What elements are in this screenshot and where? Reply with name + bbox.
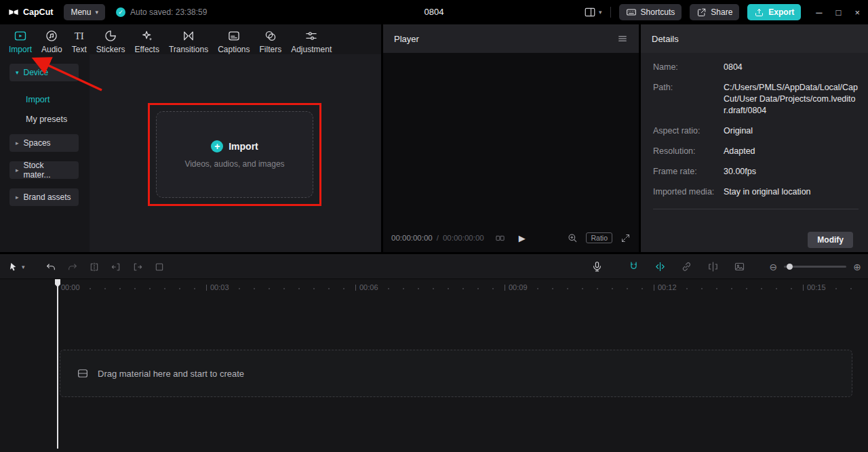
maximize-button[interactable]: □ — [836, 7, 842, 18]
player-viewport — [383, 53, 639, 252]
sidebar-group-spaces[interactable]: ▸ Spaces — [9, 134, 79, 152]
timecode-current: 00:00:00:00 — [391, 234, 433, 242]
chevron-down-icon: ▾ — [599, 9, 602, 16]
tab-effects[interactable]: Effects — [130, 28, 163, 56]
tab-label: Text — [72, 45, 87, 54]
details-footer: Modify — [641, 228, 868, 252]
ruler-minor-ticks — [60, 288, 864, 289]
linkage-icon[interactable] — [681, 261, 692, 272]
play-button[interactable]: ▶ — [519, 233, 526, 243]
detail-row-resolution: Resolution: Adapted — [653, 146, 859, 157]
preview-zoom-icon[interactable] — [567, 232, 578, 243]
delete-left-icon[interactable] — [111, 262, 121, 272]
select-tool-dropdown-icon[interactable]: ▾ — [22, 264, 25, 270]
shortcuts-label: Shortcuts — [641, 7, 675, 17]
tab-label: Audio — [41, 45, 62, 54]
adjustment-icon — [304, 29, 318, 43]
ruler-mark: 00:12 — [654, 283, 679, 292]
shortcuts-button[interactable]: Shortcuts — [619, 4, 682, 20]
player-panel: Player 00:00:00:00 / 00:00:00:00 ▶ Ratio — [383, 24, 639, 252]
window-controls: ─ □ × — [816, 7, 860, 18]
tab-text[interactable]: TI Text — [67, 28, 92, 56]
crop-icon[interactable] — [154, 262, 165, 272]
zoom-slider-knob[interactable] — [787, 264, 793, 270]
player-menu-button[interactable] — [617, 33, 628, 44]
share-label: Share — [711, 7, 732, 17]
ruler-mark: 00:09 — [505, 283, 530, 292]
caret-down-icon: ▾ — [16, 69, 19, 76]
sidebar-group-brand-assets[interactable]: ▸ Brand assets — [9, 188, 79, 206]
caret-right-icon: ▸ — [16, 167, 19, 173]
tab-captions[interactable]: Captions — [213, 28, 254, 56]
sidebar-group-device[interactable]: ▾ Device — [9, 64, 79, 81]
capcut-logo-icon — [8, 7, 19, 18]
media-icon — [77, 367, 89, 379]
split-icon[interactable] — [89, 262, 100, 272]
timecode-total: 00:00:00:00 — [443, 234, 484, 242]
tab-import[interactable]: Import — [4, 28, 37, 56]
show-cover-icon[interactable] — [734, 261, 745, 272]
details-panel: Details Name: 0804 Path: C:/Users/PMLS/A… — [641, 24, 868, 252]
import-dropzone[interactable]: + Import Videos, audios, and images — [156, 111, 313, 198]
media-sidebar: ▾ Device Import My presets ▸ Spaces ▸ St… — [0, 54, 90, 252]
detail-label: Frame rate: — [653, 166, 724, 178]
check-glyph: ✓ — [118, 9, 123, 16]
sidebar-label: Stock mater... — [24, 161, 73, 180]
layout-panels-button[interactable]: ▾ — [584, 6, 602, 18]
detail-value: 0804 — [724, 62, 859, 73]
detail-label: Resolution: — [653, 146, 724, 157]
close-button[interactable]: × — [854, 7, 860, 18]
caret-right-icon: ▸ — [16, 140, 19, 146]
microphone-icon — [591, 261, 603, 272]
modify-button[interactable]: Modify — [808, 232, 853, 248]
export-button[interactable]: Export — [747, 4, 801, 20]
redo-icon[interactable] — [67, 262, 78, 272]
preview-axis-icon[interactable] — [707, 261, 719, 272]
chevron-down-icon: ▾ — [95, 9, 98, 16]
timeline-drop-area[interactable]: Drag material here and start to create — [60, 350, 852, 397]
tab-label: Filters — [260, 45, 282, 54]
auto-snap-icon[interactable] — [654, 261, 666, 272]
record-voiceover-button[interactable] — [591, 254, 603, 279]
sidebar-group-stock-materials[interactable]: ▸ Stock mater... — [9, 161, 79, 179]
tab-filters[interactable]: Filters — [255, 28, 287, 56]
zoom-in-icon[interactable]: ⊕ — [853, 262, 861, 272]
minimize-button[interactable]: ─ — [816, 7, 822, 18]
frame-grid-icon[interactable] — [495, 233, 505, 243]
tab-audio[interactable]: Audio — [37, 28, 67, 56]
sidebar-item-import[interactable]: Import — [26, 95, 90, 104]
tab-transitions[interactable]: Transitions — [164, 28, 213, 56]
ruler-mark: 00:03 — [206, 283, 232, 292]
delete-right-icon[interactable] — [132, 262, 143, 272]
timeline-ruler[interactable]: 00:00 00:03 00:06 00:09 00:12 00:15 — [0, 279, 868, 295]
zoom-out-icon[interactable]: ⊖ — [770, 262, 778, 272]
hamburger-icon — [617, 33, 628, 44]
autosave-text: Auto saved: 23:38:59 — [130, 7, 207, 17]
detail-row-aspect-ratio: Aspect ratio: Original — [653, 125, 859, 137]
playhead[interactable] — [57, 279, 58, 449]
transitions-icon — [182, 29, 195, 43]
undo-icon[interactable] — [45, 262, 56, 272]
tab-stickers[interactable]: Stickers — [92, 28, 130, 56]
timeline-zoom-slider[interactable] — [784, 266, 846, 268]
project-title: 0804 — [425, 7, 444, 17]
timeline-toolbar: ▾ — [0, 254, 868, 279]
sidebar-item-my-presets[interactable]: My presets — [26, 115, 90, 124]
capcut-logo-text: CapCut — [23, 7, 53, 17]
tab-adjustment[interactable]: Adjustment — [286, 28, 336, 56]
main-track-magnet-icon[interactable] — [628, 261, 639, 272]
select-tool-icon[interactable] — [8, 262, 19, 272]
menu-label: Menu — [71, 7, 91, 17]
detail-row-frame-rate: Frame rate: 30.00fps — [653, 166, 859, 178]
sidebar-label: Brand assets — [24, 192, 71, 202]
detail-label: Aspect ratio: — [653, 125, 724, 137]
ratio-button[interactable]: Ratio — [586, 232, 612, 243]
dropzone-title: Import — [229, 141, 258, 152]
share-button[interactable]: Share — [690, 4, 739, 20]
detail-label: Name: — [653, 62, 724, 73]
fullscreen-icon[interactable] — [620, 233, 631, 243]
tab-label: Effects — [134, 45, 159, 54]
detail-value: Stay in original location — [724, 186, 859, 198]
media-content-area: + Import Videos, audios, and images — [90, 54, 381, 252]
menu-button[interactable]: Menu ▾ — [64, 4, 105, 20]
